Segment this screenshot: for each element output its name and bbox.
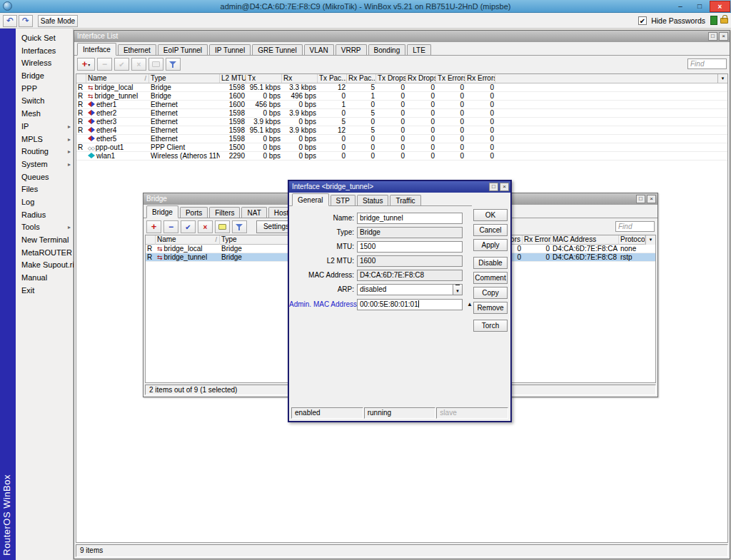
find-input[interactable] — [615, 221, 655, 232]
table-row[interactable]: R⇆bridge_localBridge159895.1 kbps3.3 kbp… — [76, 83, 727, 92]
disable-button[interactable]: × — [198, 220, 213, 233]
column-rx-errors[interactable]: Rx Errors — [523, 235, 551, 245]
column-l2-mtu[interactable]: L2 MTU — [220, 74, 246, 83]
arp-dropdown-button[interactable]: ▼ — [453, 284, 463, 295]
close-icon[interactable]: × — [500, 183, 509, 191]
disable-button[interactable]: × — [131, 58, 146, 71]
sidebar-item-mesh[interactable]: Mesh — [16, 108, 73, 121]
comment-button[interactable] — [148, 58, 163, 71]
column-protocol[interactable]: Protoco... — [619, 235, 645, 245]
torch-button[interactable]: Torch — [473, 320, 508, 332]
minimize-button[interactable]: – — [671, 1, 690, 12]
filter-button[interactable] — [166, 58, 181, 71]
sidebar-item-queues[interactable]: Queues — [16, 171, 73, 184]
column-name[interactable]: Name/ — [86, 74, 149, 83]
column-tx-errors[interactable]: Tx Errors — [436, 74, 465, 83]
sidebar-item-interfaces[interactable]: Interfaces — [16, 45, 73, 58]
cancel-button[interactable]: Cancel — [473, 224, 508, 236]
column-type[interactable]: Type — [149, 74, 220, 83]
table-row[interactable]: R◇◇ppp-out1PPP Client15000 bps0 bps00000… — [76, 143, 727, 152]
mtu-field[interactable]: 1500 — [357, 241, 463, 253]
hide-passwords-checkbox[interactable]: ✔ — [638, 16, 647, 25]
maximize-button[interactable]: □ — [690, 1, 709, 12]
tab-interface[interactable]: Interface — [77, 43, 116, 56]
close-button[interactable]: × — [710, 1, 730, 12]
sidebar-item-ppp[interactable]: PPP — [16, 83, 73, 96]
sidebar-item-system[interactable]: System▸ — [16, 158, 73, 171]
copy-button[interactable]: Copy — [473, 287, 508, 299]
sidebar-item-routing[interactable]: Routing▸ — [16, 146, 73, 158]
tab-lte[interactable]: LTE — [407, 44, 431, 55]
undo-button[interactable]: ↶ — [3, 15, 17, 27]
close-icon[interactable]: × — [719, 32, 728, 41]
column-tx[interactable]: Tx — [246, 74, 282, 83]
column-type[interactable]: Type — [220, 235, 289, 245]
sidebar-item-wireless[interactable]: Wireless — [16, 57, 73, 70]
column-name[interactable]: Name/ — [156, 235, 220, 245]
sidebar-item-ip[interactable]: IP▸ — [16, 121, 73, 133]
table-row[interactable]: wlan1Wireless (Atheros 11N)22900 bps0 bp… — [76, 152, 727, 161]
column-tx-pac[interactable]: Tx Pac... — [318, 74, 347, 83]
redo-button[interactable]: ↷ — [19, 15, 33, 27]
tab-ip-tunnel[interactable]: IP Tunnel — [209, 44, 251, 55]
table-row[interactable]: ether5Ethernet15980 bps0 bps000000 — [76, 135, 727, 143]
arp-select[interactable]: disabled — [357, 284, 463, 295]
enable-button[interactable]: ✔ — [181, 220, 196, 233]
safe-mode-button[interactable]: Safe Mode — [38, 15, 78, 27]
column-rx-drops[interactable]: Rx Drops — [406, 74, 436, 83]
maximize-icon[interactable]: □ — [489, 183, 498, 191]
tab-nat[interactable]: NAT — [241, 207, 266, 218]
remove-button[interactable]: − — [97, 58, 112, 71]
find-input[interactable] — [687, 58, 727, 69]
table-row[interactable]: R⇆bridge_tunnelBridge16000 bps496 bps010… — [76, 92, 727, 101]
close-icon[interactable]: × — [647, 195, 656, 203]
disable-button[interactable]: Disable — [473, 257, 508, 269]
sidebar-item-files[interactable]: Files — [16, 183, 73, 196]
table-row[interactable]: Rether3Ethernet15983.9 kbps0 bps500000 — [76, 118, 727, 126]
column-tx-drops[interactable]: Tx Drops — [376, 74, 406, 83]
column-select-icon[interactable]: ▼ — [645, 235, 655, 245]
tab-ports[interactable]: Ports — [180, 207, 208, 218]
table-row[interactable]: Rether2Ethernet15980 bps3.9 kbps050000 — [76, 109, 727, 118]
sidebar-item-radius[interactable]: Radius — [16, 209, 73, 222]
ok-button[interactable]: OK — [473, 209, 508, 221]
dialog-titlebar[interactable]: Interface <bridge_tunnel> □ × — [289, 181, 510, 193]
admin-mac-field[interactable]: 00:00:5E:80:01:01 — [357, 299, 463, 310]
sidebar-item-tools[interactable]: Tools▸ — [16, 221, 73, 234]
column-rx-pac[interactable]: Rx Pac... — [347, 74, 376, 83]
comment-button[interactable] — [215, 220, 230, 233]
filter-button[interactable] — [232, 220, 247, 233]
restore-icon[interactable]: □ — [636, 195, 645, 203]
table-row[interactable]: Rether1Ethernet1600456 bps0 bps100000 — [76, 101, 727, 109]
sidebar-item-quick-set[interactable]: Quick Set — [16, 32, 73, 45]
sidebar-item-manual[interactable]: Manual — [16, 272, 73, 285]
comment-button[interactable]: Comment — [473, 272, 508, 284]
sidebar-item-bridge[interactable]: Bridge — [16, 70, 73, 83]
remove-button[interactable]: − — [163, 220, 178, 233]
tab-eoip-tunnel[interactable]: EoIP Tunnel — [158, 44, 208, 55]
sidebar-item-metarouter[interactable]: MetaROUTER — [16, 247, 73, 260]
name-field[interactable]: bridge_tunnel — [357, 213, 463, 224]
add-button[interactable]: + — [146, 220, 161, 233]
tab-ethernet[interactable]: Ethernet — [118, 44, 156, 55]
tab-bonding[interactable]: Bonding — [368, 44, 406, 55]
apply-button[interactable]: Apply — [473, 239, 508, 251]
sidebar-item-mpls[interactable]: MPLS▸ — [16, 133, 73, 146]
tab-filters[interactable]: Filters — [209, 207, 240, 218]
tab-bridge[interactable]: Bridge — [146, 205, 178, 218]
tab-vlan[interactable]: VLAN — [304, 44, 334, 55]
table-row[interactable]: Rether4Ethernet159895.1 kbps3.9 kbps1250… — [76, 126, 727, 135]
interface-list-titlebar[interactable]: Interface List □ × — [74, 31, 730, 42]
tab-gre-tunnel[interactable]: GRE Tunnel — [252, 44, 302, 55]
sidebar-item-new-terminal[interactable]: New Terminal — [16, 234, 73, 247]
sidebar-item-log[interactable]: Log — [16, 196, 73, 209]
column-rx[interactable]: Rx — [282, 74, 318, 83]
sidebar-item-exit[interactable]: Exit — [16, 285, 73, 297]
restore-icon[interactable]: □ — [708, 32, 717, 41]
add-button[interactable]: +▾ — [77, 58, 95, 71]
sidebar-item-switch[interactable]: Switch — [16, 95, 73, 108]
remove-button[interactable]: Remove — [473, 302, 508, 314]
sidebar-item-make-supout-rif[interactable]: Make Supout.rif — [16, 259, 73, 272]
column-select-icon[interactable]: ▼ — [717, 74, 727, 83]
tab-vrrp[interactable]: VRRP — [336, 44, 367, 55]
